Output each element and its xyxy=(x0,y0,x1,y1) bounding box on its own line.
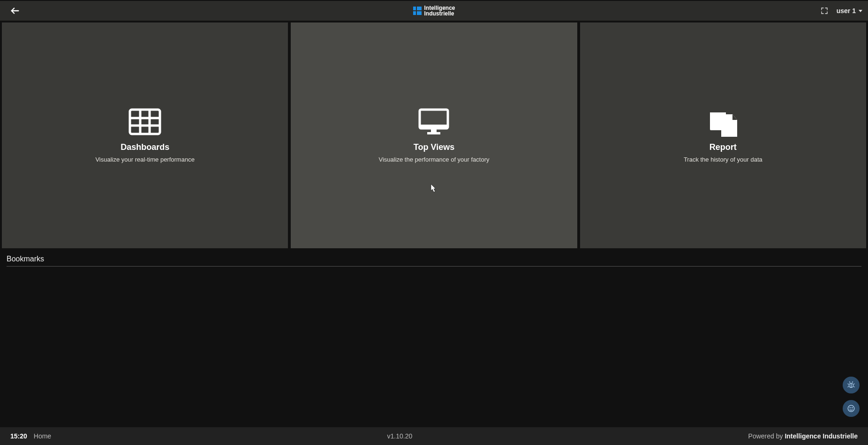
svg-line-14 xyxy=(848,384,849,385)
svg-line-17 xyxy=(853,386,854,387)
grid-icon xyxy=(128,108,162,136)
svg-point-20 xyxy=(848,405,854,412)
brand-logo[interactable]: Intelligence Industrielle xyxy=(413,5,455,16)
tile-desc: Visualize the performance of your factor… xyxy=(378,156,489,163)
brand-line2: Industrielle xyxy=(424,11,455,16)
tile-title: Report xyxy=(709,142,737,152)
svg-rect-9 xyxy=(427,132,440,134)
svg-rect-11 xyxy=(710,109,726,112)
topbar: Intelligence Industrielle user 1 xyxy=(0,1,868,21)
bottombar: 15:20 Home v1.10.20 Powered by Intellige… xyxy=(0,427,868,445)
version-label: v1.10.20 xyxy=(387,432,413,440)
tile-desc: Track the history of your data xyxy=(684,156,762,163)
arrow-left-icon xyxy=(10,6,20,16)
svg-point-22 xyxy=(852,408,853,408)
svg-rect-7 xyxy=(420,125,448,128)
smiley-icon xyxy=(847,404,855,413)
bug-report-button[interactable] xyxy=(843,377,860,393)
svg-line-16 xyxy=(848,386,849,387)
svg-rect-1 xyxy=(130,110,160,134)
breadcrumb-home[interactable]: Home xyxy=(34,432,51,440)
brand-text: Intelligence Industrielle xyxy=(424,5,455,16)
fullscreen-icon xyxy=(821,7,828,15)
back-button[interactable] xyxy=(6,1,24,20)
powered-brand: Intelligence Industrielle xyxy=(785,432,858,440)
monitor-icon xyxy=(417,108,451,136)
svg-point-21 xyxy=(850,408,850,408)
powered-by: Powered by Intelligence Industrielle xyxy=(748,432,858,440)
bug-icon xyxy=(847,381,855,389)
user-menu[interactable]: user 1 xyxy=(837,7,862,15)
powered-prefix: Powered by xyxy=(748,432,785,440)
caret-down-icon xyxy=(859,10,862,12)
logo-mark-icon xyxy=(413,7,421,15)
user-label: user 1 xyxy=(837,7,856,15)
feedback-button[interactable] xyxy=(843,400,860,417)
fullscreen-button[interactable] xyxy=(821,7,828,15)
clock: 15:20 xyxy=(10,432,27,440)
tile-desc: Visualize your real-time performance xyxy=(95,156,194,163)
tile-title: Dashboards xyxy=(121,142,169,152)
svg-line-18 xyxy=(849,382,850,383)
svg-line-15 xyxy=(853,384,854,385)
tile-title: Top Views xyxy=(414,142,454,152)
svg-rect-8 xyxy=(431,128,437,132)
tile-top-views[interactable]: Top Views Visualize the performance of y… xyxy=(291,22,577,248)
tile-dashboards[interactable]: Dashboards Visualize your real-time perf… xyxy=(2,22,288,248)
tile-report[interactable]: Report Track the history of your data xyxy=(580,22,866,248)
tile-grid: Dashboards Visualize your real-time perf… xyxy=(0,21,868,250)
bookmarks-section: Bookmarks xyxy=(0,250,868,427)
cursor-icon xyxy=(430,184,438,194)
bookmarks-heading: Bookmarks xyxy=(7,255,861,267)
svg-line-19 xyxy=(852,382,853,383)
document-icon xyxy=(706,108,740,136)
fab-stack xyxy=(843,377,860,417)
